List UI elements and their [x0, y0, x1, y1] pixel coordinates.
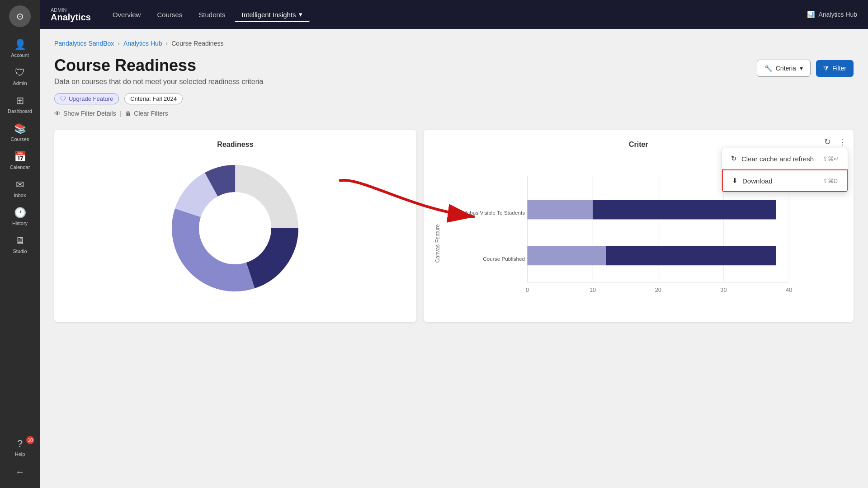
bar-published-light: [527, 246, 606, 265]
filter-sep: |: [120, 110, 122, 117]
sidebar-item-label: Inbox: [14, 192, 26, 198]
donut-svg: [167, 160, 303, 296]
criteria-icon: 🔧: [764, 65, 772, 72]
upgrade-label: Upgrade Feature: [69, 95, 113, 102]
sidebar-item-dashboard[interactable]: ⊞ Dashboard: [0, 90, 40, 118]
sidebar-item-courses[interactable]: 📚 Courses: [0, 118, 40, 146]
inbox-icon: ✉: [16, 179, 24, 191]
history-icon: 🕐: [14, 207, 26, 219]
main-content: ADMIN Analytics Overview Courses Student…: [40, 0, 868, 488]
readiness-chart-card: Readiness: [54, 130, 416, 322]
clear-filters-label: Clear Filters: [134, 110, 168, 117]
sidebar-item-calendar[interactable]: 📅 Calendar: [0, 146, 40, 174]
sidebar: ⊙ 👤 Account 🛡 Admin ⊞ Dashboard 📚 Course…: [0, 0, 40, 488]
admin-icon: 🛡: [15, 67, 25, 79]
sidebar-item-label: Dashboard: [8, 108, 32, 114]
nav-intelligent-insights[interactable]: Intelligent Insights ▾: [235, 7, 310, 22]
filter-actions: 👁 Show Filter Details | 🗑 Clear Filters: [54, 108, 854, 119]
calendar-icon: 📅: [14, 151, 26, 163]
svg-text:0: 0: [526, 286, 529, 293]
more-options-button[interactable]: ⋮: [836, 135, 848, 149]
sidebar-item-inbox[interactable]: ✉ Inbox: [0, 174, 40, 202]
app-logo[interactable]: ⊙: [9, 5, 31, 27]
sidebar-item-label: Courses: [11, 136, 29, 142]
clear-cache-label: Clear cache and refresh: [741, 155, 814, 163]
sidebar-help-label: Help: [15, 451, 25, 457]
nav-students[interactable]: Students: [191, 7, 232, 22]
show-filter-details-button[interactable]: 👁 Show Filter Details: [54, 108, 116, 119]
courses-icon: 📚: [14, 123, 26, 135]
show-filter-label: Show Filter Details: [63, 110, 116, 117]
breadcrumb-sep-2: ›: [166, 40, 168, 47]
studio-icon: 🖥: [15, 235, 25, 247]
brand-name: Analytics: [51, 13, 91, 22]
svg-text:20: 20: [655, 286, 661, 293]
breadcrumb-sandbox[interactable]: Pandalytics SandBox: [54, 40, 114, 47]
sidebar-item-label: History: [12, 221, 28, 226]
download-shortcut: ⇧⌘D: [823, 178, 838, 184]
sidebar-item-label: Calendar: [10, 164, 30, 170]
criteria-chart-card: Criter ↻ ⋮ ↻ Clear cache and refresh ⇧⌘↵: [424, 130, 854, 322]
criteria-button[interactable]: 🔧 Criteria ▾: [757, 60, 811, 77]
admin-label: ADMIN: [51, 8, 91, 13]
dropdown-icon: ▾: [299, 10, 302, 19]
donut-center: [201, 194, 269, 262]
menu-item-left: ⬇ Download: [732, 177, 773, 185]
nav-links: Overview Courses Students Intelligent In…: [105, 7, 793, 22]
sidebar-item-help[interactable]: ? Help 10: [0, 433, 40, 461]
clear-cache-shortcut: ⇧⌘↵: [823, 155, 839, 162]
svg-text:30: 30: [720, 286, 726, 293]
refresh-chart-button[interactable]: ↻: [822, 135, 833, 149]
readiness-chart-title: Readiness: [65, 141, 406, 149]
donut-chart: [65, 156, 406, 300]
nav-courses[interactable]: Courses: [150, 7, 189, 22]
bar-syllabus-light: [527, 200, 593, 220]
upgrade-icon: 🛡: [60, 95, 66, 102]
sidebar-item-admin[interactable]: 🛡 Admin: [0, 62, 40, 90]
svg-text:Syllabus Visible To Students: Syllabus Visible To Students: [458, 210, 524, 216]
header-actions: 🔧 Criteria ▾ ⧩ Filter: [757, 60, 854, 77]
upgrade-tag[interactable]: 🛡 Upgrade Feature: [54, 93, 119, 104]
filter-icon: ⧩: [823, 65, 829, 72]
refresh-icon: ↻: [731, 155, 737, 163]
download-menu-item[interactable]: ⬇ Download ⇧⌘D: [722, 169, 848, 192]
context-menu: ↻ Clear cache and refresh ⇧⌘↵ ⬇ Download…: [722, 148, 848, 192]
sidebar-collapse-button[interactable]: ←: [0, 461, 40, 483]
sidebar-item-studio[interactable]: 🖥 Studio: [0, 230, 40, 258]
account-icon: 👤: [14, 39, 26, 51]
trash-icon: 🗑: [125, 110, 131, 117]
help-badge: 10: [26, 436, 34, 444]
menu-item-left: ↻ Clear cache and refresh: [731, 155, 814, 163]
bar-chart-svg: 0 10 20 30 40 Syllabus Visible To Studen…: [444, 176, 843, 311]
collapse-icon: ←: [15, 467, 24, 477]
svg-text:10: 10: [590, 286, 596, 293]
page-header: Course Readiness Data on courses that do…: [54, 56, 854, 86]
criteria-tag[interactable]: Criteria: Fall 2024: [124, 93, 183, 104]
criteria-dropdown-icon: ▾: [800, 65, 803, 72]
sidebar-item-label: Admin: [13, 80, 27, 86]
eye-icon: 👁: [54, 110, 61, 117]
analytics-hub-icon: 📊: [807, 11, 815, 18]
clear-cache-menu-item[interactable]: ↻ Clear cache and refresh ⇧⌘↵: [722, 148, 848, 169]
tags-row: 🛡 Upgrade Feature Criteria: Fall 2024: [54, 93, 854, 104]
sidebar-item-account[interactable]: 👤 Account: [0, 34, 40, 62]
bar-syllabus-dark: [593, 200, 776, 220]
page-subtitle: Data on courses that do not meet your se…: [54, 78, 263, 86]
help-icon: ?: [17, 438, 23, 450]
analytics-hub-button[interactable]: 📊 Analytics Hub: [807, 11, 857, 18]
dashboard-icon: ⊞: [16, 95, 24, 107]
clear-filters-button[interactable]: 🗑 Clear Filters: [125, 108, 168, 119]
page-title-section: Course Readiness Data on courses that do…: [54, 56, 263, 86]
y-axis-label: Canvas Feature: [434, 224, 441, 263]
logo-icon: ⊙: [16, 11, 24, 22]
filter-button[interactable]: ⧩ Filter: [816, 60, 854, 77]
svg-text:40: 40: [786, 286, 792, 293]
bar-chart-area: Canvas Feature 0 10 20 30 40: [434, 176, 843, 311]
sidebar-item-history[interactable]: 🕐 History: [0, 202, 40, 230]
breadcrumb-hub[interactable]: Analytics Hub: [123, 40, 162, 47]
breadcrumb-current: Course Readiness: [171, 40, 223, 47]
sidebar-item-label: Account: [11, 52, 29, 58]
download-label: Download: [742, 177, 773, 185]
nav-overview[interactable]: Overview: [105, 7, 148, 22]
criteria-tag-label: Criteria: Fall 2024: [130, 95, 177, 102]
